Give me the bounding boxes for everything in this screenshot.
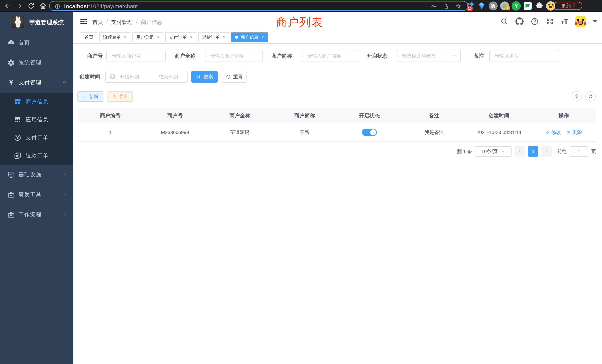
search-button[interactable]: 搜索 bbox=[191, 71, 218, 83]
prev-page-button[interactable] bbox=[515, 146, 525, 157]
sidebar-item-app-info[interactable]: 应用信息 bbox=[0, 111, 73, 129]
sidebar-item-refund-order[interactable]: 退款订单 bbox=[0, 147, 73, 165]
sidebar-item-label: 退款订单 bbox=[26, 152, 49, 159]
tag-refund-order[interactable]: 退款订单 × bbox=[198, 32, 229, 42]
status-toggle[interactable] bbox=[362, 129, 377, 136]
next-page-button[interactable] bbox=[541, 146, 552, 157]
page-size-select[interactable]: 10条/页 bbox=[475, 146, 512, 157]
tag-user-group[interactable]: 用户分组 × bbox=[132, 32, 163, 42]
sidebar-item-label: 应用信息 bbox=[26, 116, 49, 123]
close-icon[interactable]: × bbox=[124, 35, 126, 40]
kebab-menu-icon bbox=[573, 3, 575, 9]
sidebar-item-system[interactable]: 系统管理 bbox=[0, 53, 73, 73]
browser-home-icon[interactable] bbox=[39, 2, 47, 10]
address-bar[interactable]: localhost:1024/pay/merchant bbox=[49, 1, 468, 11]
export-button[interactable]: 导出 bbox=[108, 91, 133, 102]
site-info-icon[interactable] bbox=[54, 3, 60, 10]
goto-page-input[interactable] bbox=[570, 146, 588, 157]
total-text: 共 1 条 bbox=[457, 148, 472, 155]
browser-toolbar: localhost:1024/pay/merchant 10 ⌘ 1 bbox=[0, 0, 602, 12]
refresh-icon bbox=[588, 94, 593, 99]
chevron-down-icon bbox=[62, 60, 67, 66]
url-host: localhost bbox=[64, 3, 89, 9]
search-icon[interactable] bbox=[500, 17, 508, 26]
status-dot-extension-icon[interactable]: 1 bbox=[499, 0, 510, 12]
sidebar-item-pay[interactable]: ¥ 支付管理 bbox=[0, 73, 73, 93]
extensions-strip: 10 ⌘ 1 Y bbox=[464, 0, 556, 12]
close-icon[interactable]: × bbox=[261, 35, 264, 40]
logo-image bbox=[12, 16, 24, 28]
url-text[interactable]: localhost:1024/pay/merchant bbox=[64, 3, 138, 10]
date-range-picker[interactable]: 开始日期 - 结束日期 bbox=[105, 71, 188, 83]
merchant-no-input[interactable] bbox=[106, 50, 166, 62]
extension-badge: 10 bbox=[467, 6, 473, 11]
share-icon[interactable] bbox=[443, 3, 449, 10]
browser-reload-icon[interactable] bbox=[27, 2, 35, 10]
close-icon[interactable]: × bbox=[223, 35, 225, 40]
font-size-icon[interactable]: TT bbox=[561, 17, 568, 26]
tag-label: 退款订单 bbox=[202, 34, 220, 40]
avatar-caret-icon[interactable] bbox=[593, 20, 597, 23]
browser-forward-icon[interactable] bbox=[16, 2, 23, 10]
sidebar-item-infra[interactable]: 基础设施 bbox=[0, 165, 73, 185]
browser-back-icon[interactable] bbox=[4, 2, 11, 10]
sidebar-item-label: 研发工具 bbox=[19, 191, 42, 198]
tag-pay-order[interactable]: 支付订单 × bbox=[165, 32, 196, 42]
password-key-icon[interactable] bbox=[431, 3, 437, 10]
sidebar-item-workflow[interactable]: 工作流程 bbox=[0, 205, 73, 225]
breadcrumb-separator: / bbox=[106, 19, 108, 26]
search-icon bbox=[196, 74, 201, 79]
cell-remark: 我是备注 bbox=[402, 123, 467, 141]
edit-link[interactable]: 修改 bbox=[545, 129, 561, 136]
short-name-input[interactable] bbox=[302, 50, 359, 62]
bookmark-star-icon[interactable] bbox=[455, 3, 461, 10]
delete-link[interactable]: 删除 bbox=[566, 129, 582, 136]
remark-input[interactable] bbox=[489, 50, 559, 62]
full-name-input[interactable] bbox=[205, 50, 263, 62]
close-icon[interactable]: × bbox=[190, 35, 192, 40]
reset-button[interactable]: 重置 bbox=[222, 71, 247, 83]
refresh-list-button[interactable] bbox=[585, 91, 596, 102]
chat-extension-icon[interactable] bbox=[522, 0, 533, 12]
logo-row[interactable]: 芋道管理系统 bbox=[0, 12, 73, 32]
sidebar-item-dev-tools[interactable]: 研发工具 bbox=[0, 185, 73, 205]
y-extension-icon[interactable]: Y bbox=[510, 0, 522, 12]
sidebar-toggle-icon[interactable] bbox=[80, 18, 87, 25]
browser-update-menu[interactable]: 更新 bbox=[553, 2, 582, 10]
breadcrumb-current: 商户信息 bbox=[141, 19, 162, 26]
tag-home[interactable]: 首页 bbox=[81, 32, 97, 42]
url-path: :1024/pay/merchant bbox=[89, 3, 138, 9]
sidebar-item-pay-order[interactable]: 支付订单 bbox=[0, 129, 73, 147]
sidebar-item-label: 系统管理 bbox=[19, 59, 42, 66]
user-avatar[interactable] bbox=[575, 16, 586, 27]
command-extension-icon[interactable]: ⌘ bbox=[487, 0, 499, 12]
filter-label-full-name: 商户全称 bbox=[172, 50, 195, 62]
yen-icon: ¥ bbox=[7, 79, 15, 87]
fullscreen-icon[interactable] bbox=[546, 17, 554, 26]
close-icon[interactable]: × bbox=[157, 35, 159, 40]
breadcrumb-section[interactable]: 支付管理 bbox=[111, 19, 133, 26]
filter-label-merchant-no: 商户号 bbox=[79, 50, 103, 62]
sidebar-item-merchant-info[interactable]: 商户信息 bbox=[0, 93, 73, 111]
filter-label-create-time: 创建时间 bbox=[76, 71, 100, 83]
app-title: 芋道管理系统 bbox=[29, 19, 64, 26]
sidebar-item-home[interactable]: 首页 bbox=[0, 33, 73, 53]
add-button[interactable]: ＋ 新增 bbox=[77, 91, 103, 102]
extension-badge: 1 bbox=[505, 6, 510, 10]
breadcrumb-separator: / bbox=[136, 19, 138, 26]
refresh-icon bbox=[226, 74, 231, 79]
chevron-down-icon bbox=[62, 212, 67, 218]
show-search-button[interactable] bbox=[572, 91, 582, 102]
breadcrumb-home[interactable]: 首页 bbox=[92, 19, 103, 26]
blue-gem-extension-icon[interactable] bbox=[476, 0, 487, 12]
tampermonkey-extension-icon[interactable]: 10 bbox=[464, 0, 476, 12]
tag-process-form[interactable]: 流程表单 × bbox=[99, 32, 130, 42]
help-icon[interactable] bbox=[531, 17, 539, 26]
grid-icon bbox=[14, 116, 22, 124]
extensions-puzzle-icon[interactable] bbox=[533, 0, 545, 12]
tag-merchant-info[interactable]: 商户信息 × bbox=[231, 32, 268, 42]
status-select[interactable]: 请选择开启状态 bbox=[397, 50, 461, 62]
page-number-button[interactable]: 1 bbox=[528, 146, 538, 157]
github-icon[interactable] bbox=[516, 17, 524, 26]
dashboard-icon bbox=[7, 39, 15, 47]
